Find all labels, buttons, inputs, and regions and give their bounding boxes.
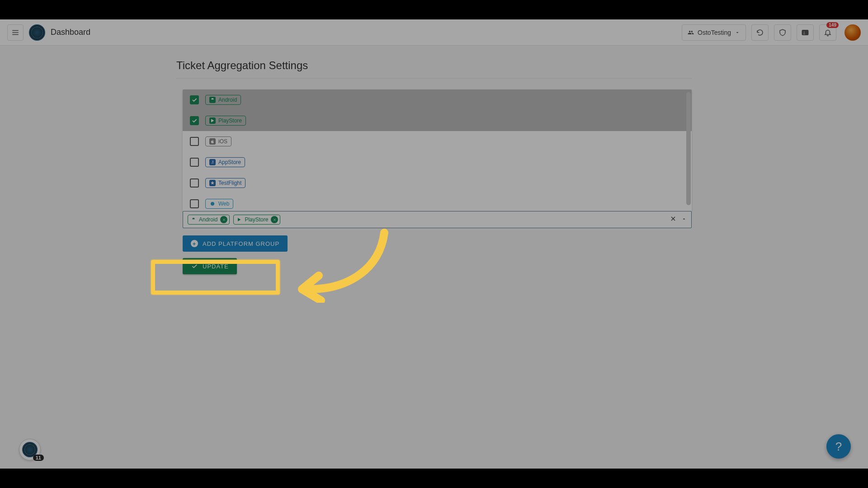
platform-chip-label: Web <box>218 201 229 207</box>
shield-icon <box>778 28 787 37</box>
platform-checkbox[interactable] <box>190 95 199 104</box>
platform-row[interactable]: AppStore <box>183 152 692 173</box>
play-icon <box>209 117 216 124</box>
platform-chip-label: PlayStore <box>218 117 242 124</box>
selected-tag-label: Android <box>199 216 217 223</box>
platform-chip-label: TestFlight <box>218 180 241 186</box>
platform-chip: iOS <box>205 136 231 146</box>
chat-unread-badge: 11 <box>33 455 44 461</box>
notifications-button[interactable]: 149 <box>819 24 836 41</box>
workspace-name: OstoTesting <box>698 29 731 36</box>
update-label: UPDATE <box>203 263 229 270</box>
contact-button[interactable] <box>797 24 814 41</box>
platform-checkbox[interactable] <box>190 178 199 188</box>
platform-checkbox[interactable] <box>190 116 199 125</box>
platform-chip: Web <box>205 199 233 209</box>
group-icon <box>688 29 694 36</box>
platform-checkbox[interactable] <box>190 158 199 167</box>
main-content: Ticket Aggregation Settings AndroidPlayS… <box>149 46 719 288</box>
chevron-down-icon <box>735 30 740 35</box>
workspace-dropdown[interactable]: OstoTesting <box>682 24 746 41</box>
platform-checkbox[interactable] <box>190 137 199 146</box>
app-frame: Dashboard OstoTesting 149 Ticket Aggrega… <box>0 19 868 469</box>
platform-list[interactable]: AndroidPlayStoreiOSAppStoreTestFlightWeb <box>183 89 692 211</box>
selected-tag-label: PlayStore <box>245 216 268 223</box>
appstore-icon <box>209 159 216 165</box>
svg-point-1 <box>803 31 805 33</box>
remove-tag-button[interactable] <box>220 216 227 223</box>
letterbox-bottom <box>0 469 868 488</box>
platform-chip-label: AppStore <box>218 159 241 165</box>
close-icon <box>670 215 677 222</box>
apple-icon <box>209 138 216 145</box>
platform-row[interactable]: iOS <box>183 131 692 152</box>
platform-list-panel: AndroidPlayStoreiOSAppStoreTestFlightWeb <box>183 89 692 211</box>
scrollbar[interactable] <box>686 92 691 205</box>
platform-chip: TestFlight <box>205 178 245 188</box>
chat-fab[interactable]: 11 <box>19 439 41 460</box>
dropdown-toggle[interactable] <box>681 215 687 224</box>
platform-row[interactable]: Web <box>183 193 692 211</box>
platform-row[interactable]: PlayStore <box>183 110 692 131</box>
caret-up-icon <box>681 215 687 222</box>
hamburger-icon <box>11 28 19 37</box>
platform-combobox[interactable]: AndroidPlayStore <box>183 211 692 228</box>
platform-chip: AppStore <box>205 157 245 167</box>
selected-tag: PlayStore <box>233 215 280 225</box>
user-avatar[interactable] <box>844 24 861 41</box>
check-icon <box>191 263 198 270</box>
platform-chip: PlayStore <box>205 116 246 126</box>
update-button[interactable]: UPDATE <box>183 258 237 274</box>
shield-button[interactable] <box>774 24 791 41</box>
remove-tag-button[interactable] <box>271 216 278 223</box>
letterbox-top <box>0 0 868 19</box>
section-title: Ticket Aggregation Settings <box>176 59 692 79</box>
contact-card-icon <box>801 28 809 37</box>
platform-row[interactable]: TestFlight <box>183 173 692 193</box>
platform-chip-label: iOS <box>218 138 227 145</box>
plus-circle-icon <box>191 240 198 247</box>
platform-row[interactable]: Android <box>183 89 692 110</box>
notification-count-badge: 149 <box>826 22 839 28</box>
android-icon <box>209 97 216 103</box>
platform-chip-label: Android <box>218 97 237 103</box>
android-icon <box>191 217 196 222</box>
clear-all-button[interactable] <box>670 215 677 224</box>
help-icon: ? <box>835 440 842 454</box>
platform-checkbox[interactable] <box>190 199 199 208</box>
add-platform-group-label: ADD PLATFORM GROUP <box>203 240 279 247</box>
selected-tag: Android <box>188 215 230 225</box>
app-header: Dashboard OstoTesting 149 <box>0 19 868 46</box>
refresh-button[interactable] <box>751 24 769 41</box>
play-icon <box>236 217 242 222</box>
add-platform-group-button[interactable]: ADD PLATFORM GROUP <box>183 235 288 252</box>
bell-icon <box>824 28 832 37</box>
help-fab[interactable]: ? <box>826 434 851 459</box>
hamburger-menu-button[interactable] <box>7 24 24 41</box>
refresh-icon <box>756 28 764 37</box>
web-icon <box>209 201 216 207</box>
testflight-icon <box>209 180 216 186</box>
app-logo <box>29 24 45 41</box>
platform-chip: Android <box>205 95 241 105</box>
page-title: Dashboard <box>51 28 90 37</box>
